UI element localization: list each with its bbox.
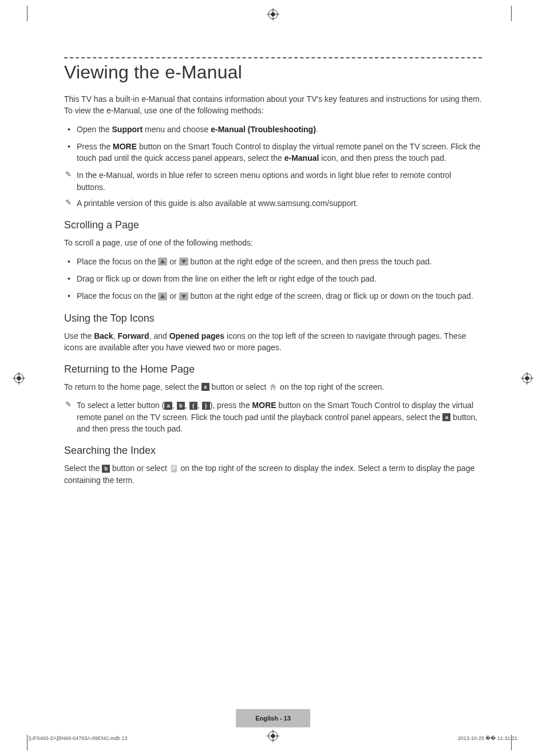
text: Place the focus on the [77, 291, 158, 300]
section-heading-index: Searching the Index [64, 445, 482, 457]
bold-text: Forward [117, 331, 149, 341]
page-number-box: English - 13 [236, 709, 310, 727]
top-icons-paragraph: Use the Back, Forward, and Opened pages … [64, 330, 482, 354]
home-notes: To select a letter button (a, b, {, }), … [64, 399, 482, 434]
bold-text: MORE [113, 142, 137, 151]
arrow-up-icon [158, 292, 167, 300]
letter-button-a-icon: a [201, 383, 209, 391]
list-item: Place the focus on the or button at the … [64, 256, 482, 267]
letter-button-b-icon: b [102, 465, 110, 473]
arrow-down-icon [179, 258, 188, 266]
bold-text: Back [94, 331, 113, 341]
text: menu and choose [143, 125, 211, 134]
text: button or select [112, 464, 169, 473]
registration-mark-top-icon [267, 8, 279, 21]
bold-text: MORE [252, 401, 276, 410]
intro-paragraph: This TV has a built-in e-Manual that con… [64, 93, 482, 117]
page-title: Viewing the e-Manual [64, 62, 482, 83]
crop-mark-top-left [27, 6, 27, 21]
svg-rect-20 [171, 465, 177, 472]
text: or [169, 291, 179, 300]
svg-marker-17 [181, 260, 186, 264]
print-timestamp: 2013-10-25 �� 11:31:21 [458, 735, 517, 741]
index-page-icon [169, 464, 179, 473]
section-heading-top-icons: Using the Top Icons [64, 312, 482, 324]
scroll-intro: To scroll a page, use of one of the foll… [64, 237, 482, 248]
text: To select a letter button ( [77, 401, 164, 410]
text: , and [149, 331, 169, 341]
arrow-up-icon [158, 258, 167, 266]
note-item: In the e-Manual, words in blue refer to … [64, 169, 482, 193]
home-paragraph: To return to the home page, select the a… [64, 381, 482, 393]
index-paragraph: Select the b button or select on the top… [64, 462, 482, 486]
crop-mark-bottom-left [27, 735, 27, 750]
text: . [316, 125, 318, 134]
text: , [172, 401, 177, 410]
text: , [197, 401, 202, 410]
svg-marker-16 [160, 259, 165, 263]
list-item: Place the focus on the or button at the … [64, 290, 482, 302]
svg-rect-23 [172, 469, 175, 470]
text: button at the right edge of the screen, … [191, 257, 432, 266]
bold-text: e-Manual [284, 153, 319, 163]
text: Place the focus on the [77, 257, 158, 266]
arrow-down-icon [179, 292, 188, 300]
text: ), press the [210, 401, 252, 410]
note-item: To select a letter button (a, b, {, }), … [64, 399, 482, 434]
bold-text: Opened pages [169, 331, 224, 341]
svg-rect-22 [172, 468, 176, 468]
list-item: Open the Support menu and choose e-Manua… [64, 124, 482, 135]
title-rule [64, 57, 482, 58]
text: To return to the home page, select the [64, 382, 201, 391]
svg-point-7 [17, 376, 21, 380]
letter-button-a-icon: a [442, 413, 450, 421]
list-item: Drag or flick up or down from the line o… [64, 273, 482, 284]
text: icon, and then press the touch pad. [319, 153, 446, 163]
text: Open the [77, 125, 112, 134]
letter-button-a-icon: a [164, 402, 172, 410]
text: Select the [64, 464, 102, 473]
text: , [185, 401, 189, 410]
text: Use the [64, 331, 94, 341]
print-footer: [UF6400-ZA]BN68-04793A-09ENG.indb 13 201… [29, 735, 517, 741]
bold-text: Support [112, 125, 143, 134]
text: Press the [77, 142, 113, 151]
letter-button-c-icon: { [189, 402, 197, 410]
text: or [169, 257, 179, 266]
note-item: A printable version of this guide is als… [64, 197, 482, 209]
scroll-list: Place the focus on the or button at the … [64, 256, 482, 302]
svg-rect-21 [172, 466, 176, 467]
list-item: Press the MORE button on the Smart Touch… [64, 141, 482, 164]
section-heading-scrolling: Scrolling a Page [64, 219, 482, 231]
crop-mark-top-right [511, 6, 512, 21]
notes-list: In the e-Manual, words in blue refer to … [64, 169, 482, 209]
svg-point-3 [271, 13, 275, 17]
letter-button-b-icon: b [177, 402, 185, 410]
text: on the top right of the screen. [280, 382, 384, 391]
registration-mark-right-icon [521, 372, 533, 385]
svg-marker-18 [160, 294, 165, 298]
page-content: Viewing the e-Manual This TV has a built… [64, 57, 482, 493]
print-file-info: [UF6400-ZA]BN68-04793A-09ENG.indb 13 [29, 735, 128, 741]
section-heading-home: Returning to the Home Page [64, 363, 482, 375]
bold-text: e-Manual (Troubleshooting) [211, 125, 316, 134]
registration-mark-left-icon [13, 372, 25, 385]
home-icon [268, 382, 278, 391]
svg-point-11 [525, 376, 529, 380]
text: button or select [212, 382, 269, 391]
letter-button-d-icon: } [202, 402, 210, 410]
view-methods-list: Open the Support menu and choose e-Manua… [64, 124, 482, 164]
text: button at the right edge of the screen, … [191, 291, 473, 300]
svg-marker-19 [181, 295, 186, 299]
